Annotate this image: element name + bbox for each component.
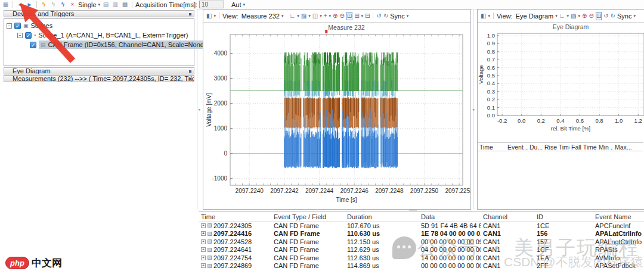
zoom-in-icon[interactable]: ⊕ [333,13,338,20]
collapse-minus-icon[interactable]: − [17,33,23,38]
tree-item-scopes[interactable]: − ✓ ▣ Scopes [7,21,52,30]
column-header[interactable]: ID [534,213,593,220]
eye-measurements-header-row[interactable]: TimeEvent ...Du...Rise TimeFall TimeMin … [478,142,643,151]
zoom-y-icon[interactable]: ⊟ [365,13,370,20]
measure-chart[interactable]: Measure 232-1000010002000300040002097.22… [203,23,470,209]
zoom-out-icon[interactable]: ⊖ [339,13,344,20]
collapse-dot-icon[interactable] [189,13,191,15]
column-header[interactable]: Data [419,213,481,220]
expand-plus-icon[interactable]: + [201,256,206,260]
expand-plus-icon[interactable]: + [201,239,206,244]
undo-icon[interactable]: ↺ [603,13,608,20]
start-single-icon[interactable]: ϟ [40,1,48,8]
svg-text:2097.2242: 2097.2242 [270,188,299,194]
stop-icon[interactable]: × [69,1,76,8]
zoom-window-icon[interactable]: ⊡ [596,12,602,20]
column-header[interactable]: Duration [345,213,419,220]
eye-col-header[interactable]: Time [478,144,506,151]
svg-text:0.8: 0.8 [595,117,603,124]
acquisition-time-input[interactable] [199,1,224,8]
frame-icon [208,239,212,244]
eye-col-header[interactable]: Du... [528,144,543,151]
eye-diagram-chart[interactable]: Eye Diagram0.00.10.20.30.40.50.60.70.80.… [478,23,644,142]
eye-col-header[interactable]: Min ... [597,144,613,151]
scopes-checkbox[interactable]: ✓ [14,23,21,29]
left-splitter[interactable] [197,9,197,210]
eye-col-header[interactable]: Rise Time [543,144,569,151]
splitter-arrow-icon[interactable]: ◂ [198,107,200,112]
view-selector[interactable]: Measure 232 [242,13,280,20]
device-icon[interactable]: ▩ [121,1,129,8]
table-row[interactable]: +2097.224305CAN FD Frame107.670 us5D 91 … [199,222,644,230]
column-header[interactable]: Event Type / Field [271,213,345,220]
expand-plus-icon[interactable]: + [201,263,206,268]
zoom-x-icon[interactable]: ⊞ [354,13,359,20]
chevron-down-icon: ▾ [555,14,558,18]
nav-forward-icon[interactable]: ► [26,1,33,8]
chevron-down-icon: ▾ [407,14,409,18]
undo-icon[interactable]: ↺ [376,13,381,20]
single-mode-dropdown[interactable]: Single ▾ [78,1,100,8]
image-export-icon[interactable]: ▨ [301,13,306,20]
svg-text:0: 0 [224,150,227,157]
collapse-dot-icon[interactable] [189,70,191,73]
axes-menu-icon[interactable]: ∟ [559,13,565,20]
can-frame-checkbox[interactable]: ✓ [30,42,36,48]
folder-icon: ▣ [23,23,29,29]
tree-item-can-frame[interactable]: ✓ ▤ CAN Frame (ID=0x156, Channel=CAN1, S… [30,40,208,49]
svg-text:rel. Bit Time [%]: rel. Bit Time [%] [551,125,591,132]
zoom-out-icon[interactable]: ⊖ [589,13,593,20]
splitter-grip[interactable] [409,210,417,212]
chevron-down-icon: ▾ [567,14,569,18]
axes-menu-icon[interactable]: ∟ [289,13,295,20]
pane-layout-icon[interactable]: ◧ [206,13,212,20]
separator [373,13,373,19]
eye-col-header[interactable]: Fall Time [569,144,597,151]
zoom-window-icon[interactable]: ⊡ [346,12,352,20]
splitter-arrow-icon[interactable]: ▸ [473,107,475,112]
cell: 110.630 us [345,230,419,237]
svg-text:0.6: 0.6 [487,64,495,71]
pane-layout-icon[interactable]: ◧ [481,13,486,20]
view-selector[interactable]: Eye Diagram [516,13,554,20]
zoom-in-icon[interactable]: ⊕ [582,13,587,20]
eye-col-header[interactable]: Max... [613,144,643,151]
expand-plus-icon[interactable]: + [201,231,206,236]
cell: 5D 91 F4 4B 4B 64 64 ... [419,222,481,229]
redo-icon[interactable]: ↻ [611,13,615,20]
eye-col-header[interactable]: Event ... [506,144,528,151]
collapse-minus-icon[interactable]: − [7,23,12,29]
devices-header-bar[interactable]: Devices and Triggers [4,10,194,17]
pages-icon[interactable]: ▥ [112,1,119,8]
tree-item-scope1[interactable]: − ✓ ▪ Scope_1 (A=CAN1_H, B=CAN1_L, Exter… [17,30,188,40]
sync-dropdown[interactable]: Sync ▾ [617,13,636,20]
chevron-down-icon: ▾ [281,14,284,18]
chevron-down-icon: ▾ [308,14,311,18]
marker-icon[interactable]: + [324,13,327,20]
column-header[interactable]: Event Name [593,213,644,220]
grid-icon[interactable]: ▦ [2,1,10,8]
image-export-icon[interactable]: ▨ [571,13,576,20]
acquisition-time-label: Acquisition Time[ms]: [135,1,197,8]
svg-text:0.7: 0.7 [487,56,495,63]
aut-dropdown[interactable]: Aut ▾ [231,1,245,8]
collapse-dot-icon[interactable] [189,78,191,80]
measurements-header-bar[interactable]: Measurements (232) -->> ( Time= 2097,224… [4,75,194,82]
expand-plus-icon[interactable]: + [201,247,206,252]
cell: CAN FD Frame [271,238,345,245]
scope1-checkbox[interactable]: ✓ [25,32,32,39]
redo-icon[interactable]: ↻ [383,13,388,20]
nav-back-icon[interactable]: ◄ [16,1,24,8]
cell: 107.670 us [345,222,419,229]
svg-text:4000: 4000 [214,50,228,57]
expand-plus-icon[interactable]: + [201,223,206,228]
eye-diagram-header-bar[interactable]: Eye Diagram [4,67,194,74]
column-header[interactable]: Channel [481,213,534,220]
column-header[interactable]: Time [199,213,271,220]
sync-dropdown[interactable]: Sync ▾ [390,13,408,20]
start-auto-icon[interactable]: ϟ [59,1,67,8]
chart-options-icon[interactable]: ◫ [312,13,318,20]
frames-table-header-row[interactable]: TimeEvent Type / FieldDurationDataChanne… [199,212,644,222]
page-icon[interactable]: ▤ [102,1,110,8]
start-continuous-icon[interactable]: ϟ [49,1,57,8]
